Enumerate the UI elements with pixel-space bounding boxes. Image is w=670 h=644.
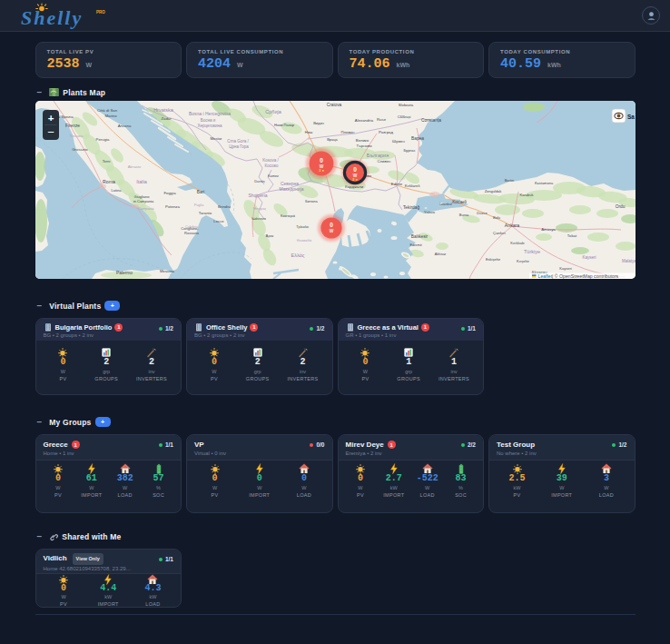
svg-text:Toscana: Toscana: [69, 134, 84, 138]
svg-text:Zadar: Zadar: [161, 116, 172, 121]
svg-text:Битола: Битола: [305, 199, 318, 203]
svg-text:Taranto: Taranto: [198, 211, 212, 215]
svg-text:Велико: Велико: [355, 138, 369, 143]
svg-text:Ελλάς: Ελλάς: [291, 253, 304, 258]
svg-text:Босна и: Босна и: [200, 118, 215, 123]
svg-text:+: +: [47, 113, 54, 124]
svg-text:Шумен: Шумен: [392, 139, 405, 144]
svg-text:Edirne: Edirne: [390, 182, 402, 186]
svg-text:Durrës: Durrës: [254, 180, 264, 183]
svg-text:Косово: Косово: [264, 163, 278, 168]
svg-text:Malatya: Malatya: [622, 259, 636, 263]
svg-text:Kamez: Kamez: [268, 174, 279, 178]
svg-text:Плевен: Плевен: [340, 130, 355, 134]
svg-text:Ниш: Ниш: [304, 130, 311, 134]
svg-text:Karabük: Karabük: [519, 193, 533, 197]
svg-text:−: −: [47, 125, 54, 139]
svg-text:Abruzzo: Abruzzo: [127, 164, 141, 169]
svg-text:Θεσσαλία: Θεσσαλία: [296, 239, 311, 243]
svg-text:Shqipëria: Shqipëria: [248, 193, 267, 198]
svg-text:Ήπειρος: Ήπειρος: [251, 207, 266, 211]
svg-text:Ιωάννινα: Ιωάννινα: [251, 216, 266, 221]
svg-text:Херцеговина: Херцеговина: [197, 124, 222, 128]
svg-text:Lecce: Lecce: [213, 219, 224, 223]
svg-text:Kayseri: Kayseri: [582, 255, 596, 260]
svg-text:Çankırı: Çankırı: [493, 231, 506, 235]
svg-text:Tekirdağ: Tekirdağ: [402, 205, 419, 210]
svg-text:Foggia: Foggia: [163, 191, 176, 195]
svg-text:2 ●: 2 ●: [351, 177, 357, 182]
svg-text:İstanbul: İstanbul: [439, 202, 451, 206]
svg-text:Călărași: Călărași: [397, 114, 410, 119]
svg-text:Craiova: Craiova: [326, 103, 341, 107]
svg-text:Constanța: Constanța: [421, 118, 441, 123]
svg-text:Ancona: Ancona: [117, 124, 131, 128]
svg-text:Црна Гора: Црна Гора: [229, 144, 249, 149]
svg-text:Amasya: Amasya: [541, 227, 556, 232]
svg-text:W: W: [329, 229, 333, 233]
svg-text:Messina: Messina: [159, 269, 174, 273]
svg-text:Bartın: Bartın: [504, 178, 514, 183]
svg-text:Latina: Latina: [111, 188, 122, 193]
svg-text:Tokat: Tokat: [567, 233, 576, 238]
svg-text:Crna Gora /: Crna Gora /: [227, 139, 249, 144]
svg-text:Balıkesir: Balıkesir: [410, 234, 428, 239]
svg-text:Grosseto: Grosseto: [72, 147, 88, 152]
svg-text:Ordu: Ordu: [615, 204, 625, 209]
svg-text:Zonguldak: Zonguldak: [484, 189, 501, 193]
svg-text:Yalova: Yalova: [424, 210, 436, 214]
svg-text:PRO: PRO: [96, 10, 105, 15]
svg-text:Србија: Србија: [265, 109, 281, 114]
svg-text:Καστοριά: Καστοριά: [281, 214, 296, 218]
svg-text:Città di San: Città di San: [96, 108, 117, 113]
svg-text:Edremit: Edremit: [409, 243, 422, 247]
svg-text:Τρίκαλα: Τρίκαλα: [296, 225, 309, 229]
svg-text:| © OpenStreetMap contributors: | © OpenStreetMap contributors: [552, 273, 619, 279]
svg-text:Alexandria: Alexandria: [354, 118, 373, 123]
svg-text:Potenza: Potenza: [165, 204, 180, 209]
svg-text:Sa: Sa: [627, 114, 635, 120]
svg-text:Brindisi: Brindisi: [217, 204, 230, 209]
svg-text:Kırklareli: Kırklareli: [404, 183, 419, 188]
svg-text:Сливен: Сливен: [377, 159, 391, 163]
svg-text:Kayseri: Kayseri: [559, 266, 571, 271]
svg-text:Варна: Варна: [411, 136, 424, 141]
svg-text:0: 0: [320, 157, 323, 163]
svg-text:Firenze: Firenze: [65, 124, 80, 128]
svg-text:Leaflet: Leaflet: [537, 273, 552, 279]
svg-text:Ankara: Ankara: [504, 223, 519, 228]
svg-text:0: 0: [353, 166, 357, 173]
svg-text:Eskişehir: Eskişehir: [485, 257, 500, 262]
svg-text:Kocaeli: Kocaeli: [452, 200, 467, 204]
svg-text:Türkiye: Türkiye: [523, 249, 539, 254]
svg-text:Bolu: Bolu: [492, 215, 499, 220]
svg-text:Kırşehir: Kırşehir: [517, 259, 529, 263]
svg-text:Roma: Roma: [103, 179, 115, 184]
svg-text:Campania: Campania: [138, 207, 154, 211]
svg-text:Puglia: Puglia: [193, 203, 203, 207]
svg-text:Bari: Bari: [196, 190, 204, 194]
svg-text:Akhisar: Akhisar: [434, 253, 446, 256]
svg-text:Бургас: Бургас: [403, 148, 416, 153]
svg-text:Mostar: Mostar: [210, 136, 222, 141]
svg-text:Terni: Terni: [102, 159, 110, 163]
svg-text:Разград: Разград: [379, 130, 393, 134]
svg-text:in Campania: in Campania: [133, 199, 153, 203]
svg-text:Нови Пазар: Нови Пазар: [274, 123, 295, 127]
svg-text:Düzce: Düzce: [477, 211, 488, 215]
svg-text:Bursa: Bursa: [458, 213, 468, 217]
svg-text:Kosova /: Kosova /: [262, 158, 279, 163]
svg-text:Hrvatska: Hrvatska: [153, 107, 174, 113]
svg-text:Italia: Italia: [136, 179, 148, 184]
svg-text:Rossano: Rossano: [184, 231, 200, 235]
svg-text:Kırıkkale: Kırıkkale: [510, 241, 525, 245]
svg-text:3 ●: 3 ●: [318, 168, 323, 173]
svg-text:Македонија: Македонија: [279, 186, 303, 192]
svg-text:Враца: Враца: [327, 137, 338, 142]
svg-text:Shelly: Shelly: [21, 6, 83, 29]
svg-text:Slobozia: Slobozia: [398, 103, 413, 107]
svg-text:0: 0: [330, 222, 333, 228]
svg-text:Palermo: Palermo: [116, 271, 133, 275]
svg-text:Видин: Видин: [313, 121, 324, 125]
svg-text:Marino: Marino: [104, 114, 117, 118]
